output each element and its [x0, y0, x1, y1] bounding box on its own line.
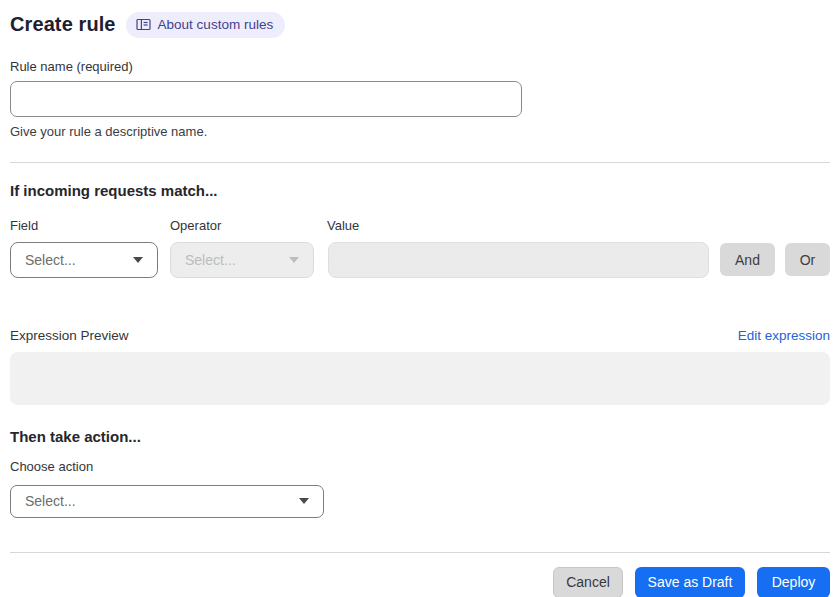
- create-rule-page: Create rule About custom rules Rule name…: [0, 0, 839, 597]
- value-input[interactable]: [328, 242, 709, 278]
- edit-expression-link[interactable]: Edit expression: [738, 328, 830, 343]
- rule-name-label: Rule name (required): [10, 59, 830, 74]
- action-select[interactable]: Select...: [10, 485, 324, 518]
- divider: [10, 552, 830, 553]
- chevron-down-icon: [299, 498, 309, 504]
- field-select[interactable]: Select...: [10, 242, 158, 278]
- expression-preview-row: Expression Preview Edit expression: [10, 328, 830, 343]
- action-select-value: Select...: [25, 493, 76, 509]
- footer-actions: Cancel Save as Draft Deploy: [10, 567, 830, 597]
- expression-preview-label: Expression Preview: [10, 328, 129, 343]
- rule-name-input[interactable]: [10, 81, 522, 117]
- badge-label: About custom rules: [158, 18, 274, 32]
- chevron-down-icon: [133, 257, 143, 263]
- expression-preview-box: [10, 352, 830, 405]
- or-button[interactable]: Or: [785, 243, 830, 276]
- choose-action-label: Choose action: [10, 459, 830, 474]
- operator-select[interactable]: Select...: [170, 242, 314, 278]
- cancel-button[interactable]: Cancel: [553, 567, 623, 597]
- chevron-down-icon: [289, 257, 299, 263]
- operator-select-value: Select...: [185, 252, 236, 268]
- page-header: Create rule About custom rules: [10, 12, 830, 38]
- deploy-button[interactable]: Deploy: [757, 567, 830, 597]
- book-icon: [136, 18, 151, 31]
- match-section-heading: If incoming requests match...: [10, 182, 830, 199]
- match-labels-row: Field Operator Value: [10, 218, 830, 233]
- field-label: Field: [10, 218, 170, 233]
- page-title: Create rule: [10, 13, 116, 36]
- about-custom-rules-badge[interactable]: About custom rules: [126, 12, 286, 38]
- rule-name-helper: Give your rule a descriptive name.: [10, 124, 830, 139]
- and-button[interactable]: And: [720, 243, 775, 276]
- action-section-heading: Then take action...: [10, 428, 830, 445]
- operator-label: Operator: [170, 218, 327, 233]
- match-controls-row: Select... Select... And Or: [10, 242, 830, 278]
- divider: [10, 162, 830, 163]
- value-label: Value: [327, 218, 359, 233]
- field-select-value: Select...: [25, 252, 76, 268]
- save-as-draft-button[interactable]: Save as Draft: [635, 567, 745, 597]
